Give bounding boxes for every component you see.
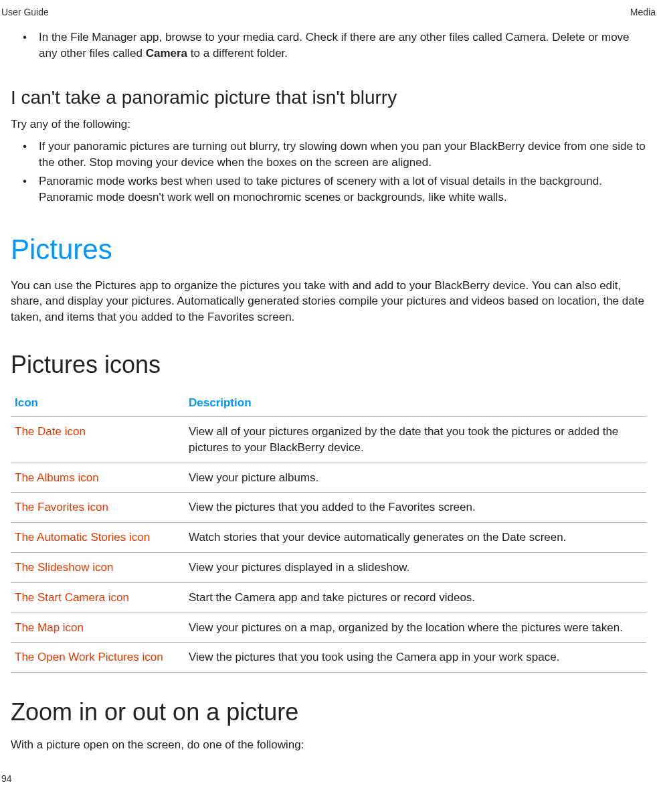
- intro-bullet-post: to a different folder.: [187, 47, 288, 60]
- icon-desc: View the pictures that you took using th…: [185, 643, 646, 673]
- page-number: 94: [0, 760, 657, 791]
- list-item: In the File Manager app, browse to your …: [23, 29, 646, 62]
- panoramic-heading: I can't take a panoramic picture that is…: [11, 87, 646, 108]
- icon-desc: View your pictures on a map, organized b…: [185, 613, 646, 643]
- icon-name: The Open Work Pictures icon: [11, 643, 185, 673]
- header-left: User Guide: [1, 7, 49, 17]
- icon-name: The Favorites icon: [11, 493, 185, 523]
- zoom-heading: Zoom in or out on a picture: [11, 698, 646, 726]
- icons-table: Icon Description The Date icon View all …: [11, 390, 646, 673]
- table-row: The Open Work Pictures icon View the pic…: [11, 643, 646, 673]
- intro-bullet-list: In the File Manager app, browse to your …: [11, 29, 646, 62]
- list-item: Panoramic mode works best when used to t…: [23, 173, 646, 206]
- col-icon: Icon: [11, 390, 185, 417]
- table-row: The Slideshow icon View your pictures di…: [11, 552, 646, 582]
- icon-desc: Start the Camera app and take pictures o…: [185, 582, 646, 613]
- pictures-heading: Pictures: [11, 234, 646, 266]
- icon-desc: View the pictures that you added to the …: [185, 493, 646, 523]
- icon-name: The Start Camera icon: [11, 582, 185, 613]
- table-row: The Automatic Stories icon Watch stories…: [11, 523, 646, 553]
- page-content: In the File Manager app, browse to your …: [0, 17, 657, 753]
- col-description: Description: [185, 390, 646, 417]
- table-row: The Favorites icon View the pictures tha…: [11, 493, 646, 523]
- intro-bullet-bold: Camera: [146, 47, 187, 60]
- header-right: Media: [630, 7, 656, 17]
- icon-name: The Automatic Stories icon: [11, 523, 185, 553]
- icon-name: The Albums icon: [11, 463, 185, 493]
- icon-desc: View all of your pictures organized by t…: [185, 416, 646, 463]
- table-row: The Map icon View your pictures on a map…: [11, 613, 646, 643]
- icon-name: The Slideshow icon: [11, 552, 185, 582]
- table-row: The Date icon View all of your pictures …: [11, 416, 646, 463]
- icon-name: The Map icon: [11, 613, 185, 643]
- table-row: The Albums icon View your picture albums…: [11, 463, 646, 493]
- panoramic-bullet-list: If your panoramic pictures are turning o…: [11, 139, 646, 205]
- icon-desc: Watch stories that your device automatic…: [185, 523, 646, 553]
- icon-desc: View your picture albums.: [185, 463, 646, 493]
- intro-bullet-pre: In the File Manager app, browse to your …: [39, 31, 630, 60]
- panoramic-intro: Try any of the following:: [11, 116, 646, 133]
- pictures-icons-heading: Pictures icons: [11, 351, 646, 379]
- icon-desc: View your pictures displayed in a slides…: [185, 552, 646, 582]
- pictures-intro: You can use the Pictures app to organize…: [11, 278, 646, 325]
- page-header: User Guide Media: [0, 0, 657, 17]
- zoom-intro: With a picture open on the screen, do on…: [11, 737, 646, 753]
- list-item: If your panoramic pictures are turning o…: [23, 139, 646, 171]
- table-header-row: Icon Description: [11, 390, 646, 417]
- icon-name: The Date icon: [11, 416, 185, 463]
- table-row: The Start Camera icon Start the Camera a…: [11, 582, 646, 613]
